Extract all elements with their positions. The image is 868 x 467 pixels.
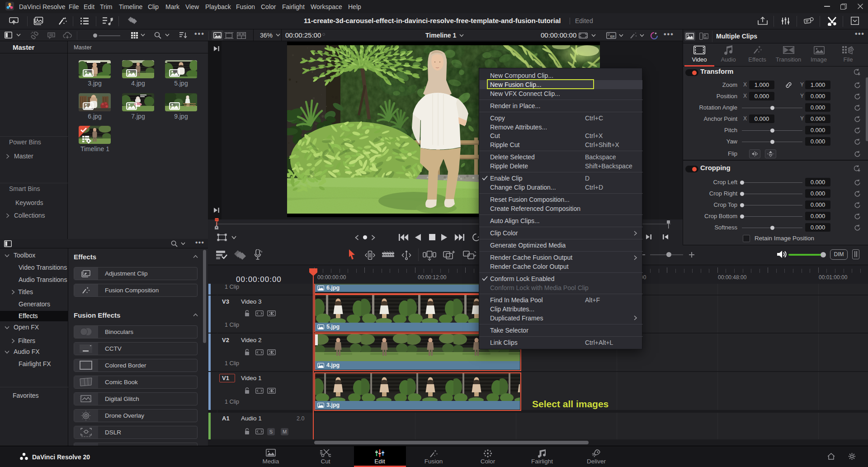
- svg-text:HQ: HQ: [611, 35, 614, 38]
